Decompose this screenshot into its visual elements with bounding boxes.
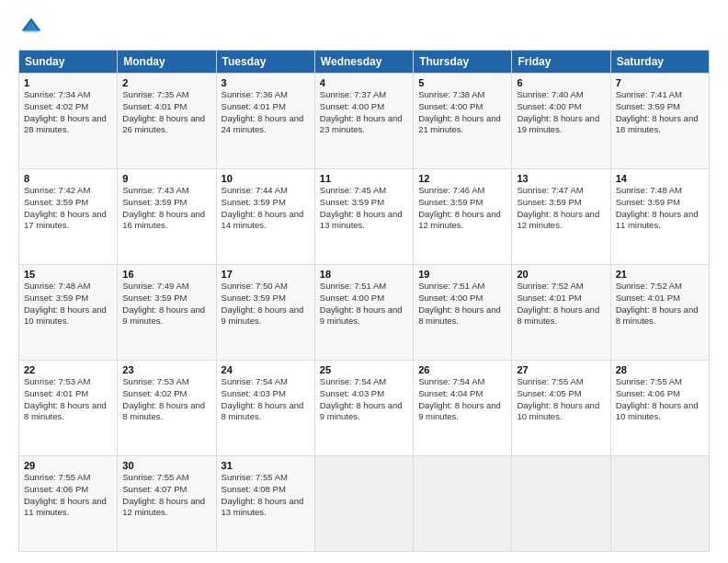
calendar-week-row: 22 Sunrise: 7:53 AM Sunset: 4:01 PM Dayl…	[19, 361, 710, 456]
day-info: Sunrise: 7:54 AM Sunset: 4:03 PM Dayligh…	[222, 376, 310, 423]
day-info: Sunrise: 7:52 AM Sunset: 4:01 PM Dayligh…	[616, 281, 704, 327]
table-row: 3 Sunrise: 7:36 AM Sunset: 4:01 PM Dayli…	[216, 74, 314, 169]
table-row: 11 Sunrise: 7:45 AM Sunset: 3:59 PM Dayl…	[314, 169, 413, 265]
table-row	[314, 456, 413, 552]
day-info: Sunrise: 7:38 AM Sunset: 4:00 PM Dayligh…	[418, 89, 506, 136]
day-info: Sunrise: 7:54 AM Sunset: 4:03 PM Dayligh…	[320, 376, 408, 423]
day-info: Sunrise: 7:48 AM Sunset: 3:59 PM Dayligh…	[24, 281, 112, 327]
day-number: 12	[418, 173, 506, 184]
day-number: 19	[418, 269, 506, 280]
day-number: 29	[24, 460, 112, 471]
header	[18, 15, 710, 40]
day-number: 14	[616, 173, 704, 184]
table-row: 7 Sunrise: 7:41 AM Sunset: 3:59 PM Dayli…	[610, 74, 709, 169]
calendar-table: Sunday Monday Tuesday Wednesday Thursday…	[18, 50, 710, 552]
table-row: 17 Sunrise: 7:50 AM Sunset: 3:59 PM Dayl…	[216, 265, 314, 361]
day-number: 21	[616, 269, 704, 280]
col-friday: Friday	[512, 51, 610, 74]
table-row: 21 Sunrise: 7:52 AM Sunset: 4:01 PM Dayl…	[610, 265, 709, 361]
table-row: 12 Sunrise: 7:46 AM Sunset: 3:59 PM Dayl…	[414, 169, 512, 265]
table-row: 26 Sunrise: 7:54 AM Sunset: 4:04 PM Dayl…	[414, 361, 512, 456]
table-row: 27 Sunrise: 7:55 AM Sunset: 4:05 PM Dayl…	[512, 361, 610, 456]
day-info: Sunrise: 7:43 AM Sunset: 3:59 PM Dayligh…	[122, 185, 210, 232]
table-row: 23 Sunrise: 7:53 AM Sunset: 4:02 PM Dayl…	[118, 361, 216, 456]
table-row	[512, 456, 610, 552]
logo	[18, 15, 48, 40]
table-row: 2 Sunrise: 7:35 AM Sunset: 4:01 PM Dayli…	[118, 74, 216, 169]
day-info: Sunrise: 7:37 AM Sunset: 4:00 PM Dayligh…	[320, 89, 408, 136]
day-info: Sunrise: 7:55 AM Sunset: 4:07 PM Dayligh…	[122, 472, 210, 519]
col-sunday: Sunday	[19, 51, 118, 74]
table-row	[414, 456, 512, 552]
table-row: 5 Sunrise: 7:38 AM Sunset: 4:00 PM Dayli…	[414, 74, 512, 169]
table-row: 25 Sunrise: 7:54 AM Sunset: 4:03 PM Dayl…	[314, 361, 413, 456]
table-row: 31 Sunrise: 7:55 AM Sunset: 4:08 PM Dayl…	[216, 456, 314, 552]
table-row: 22 Sunrise: 7:53 AM Sunset: 4:01 PM Dayl…	[19, 361, 118, 456]
day-info: Sunrise: 7:53 AM Sunset: 4:01 PM Dayligh…	[24, 376, 112, 423]
col-wednesday: Wednesday	[314, 51, 413, 74]
table-row: 18 Sunrise: 7:51 AM Sunset: 4:00 PM Dayl…	[314, 265, 413, 361]
table-row: 15 Sunrise: 7:48 AM Sunset: 3:59 PM Dayl…	[19, 265, 118, 361]
day-info: Sunrise: 7:36 AM Sunset: 4:01 PM Dayligh…	[222, 89, 310, 136]
day-number: 16	[122, 269, 210, 280]
table-row: 28 Sunrise: 7:55 AM Sunset: 4:06 PM Dayl…	[610, 361, 709, 456]
day-number: 6	[517, 77, 605, 88]
day-info: Sunrise: 7:35 AM Sunset: 4:01 PM Dayligh…	[122, 89, 210, 136]
day-number: 7	[616, 77, 704, 88]
day-info: Sunrise: 7:54 AM Sunset: 4:04 PM Dayligh…	[418, 376, 506, 423]
day-number: 3	[222, 77, 310, 88]
day-number: 4	[320, 77, 408, 88]
calendar-week-row: 15 Sunrise: 7:48 AM Sunset: 3:59 PM Dayl…	[19, 265, 710, 361]
day-number: 13	[517, 173, 605, 184]
day-info: Sunrise: 7:49 AM Sunset: 3:59 PM Dayligh…	[122, 281, 210, 327]
day-number: 2	[122, 77, 210, 88]
day-number: 18	[320, 269, 408, 280]
calendar-week-row: 1 Sunrise: 7:34 AM Sunset: 4:02 PM Dayli…	[19, 74, 710, 169]
day-info: Sunrise: 7:45 AM Sunset: 3:59 PM Dayligh…	[320, 185, 408, 232]
weekday-header-row: Sunday Monday Tuesday Wednesday Thursday…	[19, 51, 710, 74]
day-info: Sunrise: 7:34 AM Sunset: 4:02 PM Dayligh…	[24, 89, 112, 136]
day-number: 24	[222, 364, 310, 375]
day-info: Sunrise: 7:42 AM Sunset: 3:59 PM Dayligh…	[24, 185, 112, 232]
table-row: 20 Sunrise: 7:52 AM Sunset: 4:01 PM Dayl…	[512, 265, 610, 361]
day-info: Sunrise: 7:46 AM Sunset: 3:59 PM Dayligh…	[418, 185, 506, 232]
col-tuesday: Tuesday	[216, 51, 314, 74]
day-number: 1	[24, 77, 112, 88]
day-info: Sunrise: 7:44 AM Sunset: 3:59 PM Dayligh…	[222, 185, 310, 232]
day-info: Sunrise: 7:40 AM Sunset: 4:00 PM Dayligh…	[517, 89, 605, 136]
day-info: Sunrise: 7:51 AM Sunset: 4:00 PM Dayligh…	[418, 281, 506, 327]
table-row: 6 Sunrise: 7:40 AM Sunset: 4:00 PM Dayli…	[512, 74, 610, 169]
day-number: 22	[24, 364, 112, 375]
day-info: Sunrise: 7:47 AM Sunset: 3:59 PM Dayligh…	[517, 185, 605, 232]
day-number: 31	[222, 460, 310, 471]
day-number: 26	[418, 364, 506, 375]
day-number: 17	[222, 269, 310, 280]
calendar-week-row: 8 Sunrise: 7:42 AM Sunset: 3:59 PM Dayli…	[19, 169, 710, 265]
table-row: 13 Sunrise: 7:47 AM Sunset: 3:59 PM Dayl…	[512, 169, 610, 265]
calendar-week-row: 29 Sunrise: 7:55 AM Sunset: 4:06 PM Dayl…	[19, 456, 710, 552]
table-row: 4 Sunrise: 7:37 AM Sunset: 4:00 PM Dayli…	[314, 74, 413, 169]
table-row: 30 Sunrise: 7:55 AM Sunset: 4:07 PM Dayl…	[118, 456, 216, 552]
day-number: 9	[122, 173, 210, 184]
day-number: 28	[616, 364, 704, 375]
day-number: 11	[320, 173, 408, 184]
day-number: 25	[320, 364, 408, 375]
col-monday: Monday	[118, 51, 216, 74]
table-row: 16 Sunrise: 7:49 AM Sunset: 3:59 PM Dayl…	[118, 265, 216, 361]
day-info: Sunrise: 7:55 AM Sunset: 4:06 PM Dayligh…	[616, 376, 704, 423]
day-number: 8	[24, 173, 112, 184]
day-info: Sunrise: 7:41 AM Sunset: 3:59 PM Dayligh…	[616, 89, 704, 136]
table-row: 1 Sunrise: 7:34 AM Sunset: 4:02 PM Dayli…	[19, 74, 118, 169]
page: Sunday Monday Tuesday Wednesday Thursday…	[0, 0, 728, 563]
day-number: 20	[517, 269, 605, 280]
table-row	[610, 456, 709, 552]
day-info: Sunrise: 7:52 AM Sunset: 4:01 PM Dayligh…	[517, 281, 605, 327]
col-thursday: Thursday	[414, 51, 512, 74]
day-info: Sunrise: 7:51 AM Sunset: 4:00 PM Dayligh…	[320, 281, 408, 327]
day-number: 15	[24, 269, 112, 280]
day-info: Sunrise: 7:53 AM Sunset: 4:02 PM Dayligh…	[122, 376, 210, 423]
day-info: Sunrise: 7:55 AM Sunset: 4:08 PM Dayligh…	[222, 472, 310, 519]
day-number: 27	[517, 364, 605, 375]
table-row: 9 Sunrise: 7:43 AM Sunset: 3:59 PM Dayli…	[118, 169, 216, 265]
logo-icon	[18, 15, 44, 40]
